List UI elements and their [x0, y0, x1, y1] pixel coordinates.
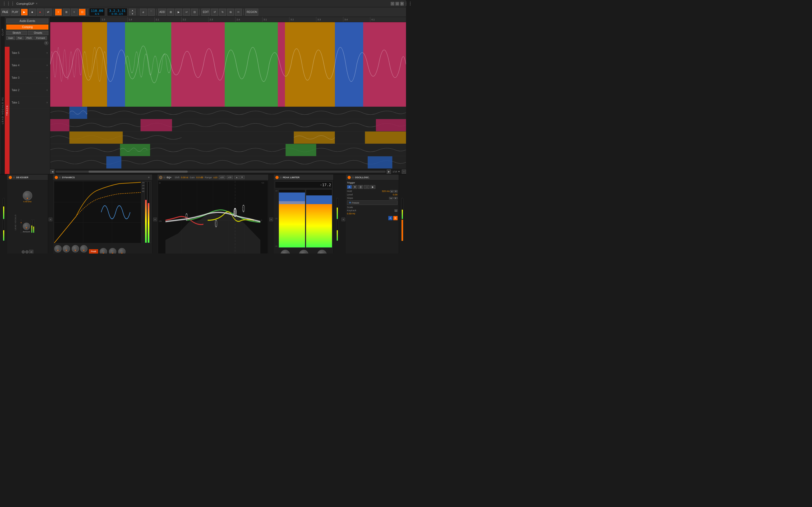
- take5-track[interactable]: [50, 107, 406, 119]
- play-trigger-button[interactable]: ▶: [370, 185, 375, 189]
- a-indicator[interactable]: A: [388, 216, 393, 220]
- peak-button[interactable]: Peak: [89, 249, 98, 253]
- deesser-toggle1[interactable]: [22, 250, 25, 253]
- record-button[interactable]: ●: [37, 9, 44, 15]
- slope-down-button[interactable]: ▼: [394, 197, 398, 200]
- loop-button[interactable]: ⇄: [45, 9, 52, 15]
- copy-button[interactable]: ⧉: [227, 9, 234, 15]
- deesser-power-button[interactable]: [9, 176, 12, 179]
- pan-button[interactable]: Pan: [16, 36, 24, 40]
- output-knob[interactable]: [118, 248, 125, 253]
- down-arrow-button[interactable]: ▼: [129, 12, 136, 15]
- segment-green1[interactable]: [125, 22, 171, 107]
- scroll-left-button[interactable]: ◀: [50, 170, 54, 174]
- add-track-button[interactable]: +: [71, 9, 78, 15]
- segment-pink2[interactable]: [171, 22, 225, 107]
- loop-mode-button[interactable]: ⊡: [79, 9, 86, 15]
- release-knob[interactable]: [109, 248, 116, 253]
- link-button[interactable]: ⌀: [140, 9, 147, 15]
- take4-close-button[interactable]: ×: [46, 64, 48, 67]
- grid-button[interactable]: ⊞: [167, 9, 174, 15]
- play2-button[interactable]: ▶: [175, 9, 182, 15]
- range-30-button[interactable]: ±30: [227, 176, 233, 179]
- scroll-right-button[interactable]: ▶: [387, 170, 391, 174]
- b-button[interactable]: B: [353, 185, 357, 189]
- scrollbar-track[interactable]: [55, 171, 386, 173]
- osc-arrow-button[interactable]: →: [364, 185, 369, 189]
- peak-limiter-power-button[interactable]: [275, 176, 278, 179]
- eq-arrow-up-button[interactable]: ▲: [235, 176, 239, 179]
- cut-button[interactable]: ✂: [235, 9, 242, 15]
- keytrack-bars-button[interactable]: |||: [394, 209, 397, 212]
- take3-track[interactable]: [50, 131, 406, 144]
- deesser-toggle2[interactable]: [26, 250, 29, 253]
- take2-close-button[interactable]: ×: [46, 89, 48, 92]
- eq-arrow-down-button[interactable]: ▼: [240, 176, 245, 179]
- onsets-button[interactable]: Onsets: [28, 31, 48, 35]
- knee1-knob[interactable]: [63, 245, 70, 252]
- eq-power-button[interactable]: [159, 176, 162, 179]
- attack-knob[interactable]: [100, 248, 107, 253]
- close-tab-icon[interactable]: ×: [36, 2, 38, 5]
- return-button[interactable]: ↩: [183, 9, 190, 15]
- curve-button[interactable]: ⌒: [148, 9, 155, 15]
- ceiling-knob[interactable]: [317, 250, 327, 253]
- punch-button[interactable]: +: [55, 9, 62, 15]
- redo-button[interactable]: ↻: [219, 9, 226, 15]
- segment-blue1[interactable]: [107, 22, 125, 107]
- ratio2-knob[interactable]: [71, 245, 79, 252]
- play-button[interactable]: ▶: [21, 9, 28, 15]
- audio-events-button[interactable]: Audio Events: [6, 18, 48, 23]
- file-button[interactable]: FILE: [1, 9, 9, 15]
- scrollbar-thumb[interactable]: [89, 171, 188, 173]
- take1-track[interactable]: [50, 156, 406, 169]
- add-plugin-4-button[interactable]: +: [342, 218, 345, 221]
- take1-close-button[interactable]: ×: [46, 101, 48, 104]
- pitch-button[interactable]: Pitch: [24, 36, 34, 40]
- zoom-out-button[interactable]: −: [402, 170, 406, 174]
- dynamics-plus-button[interactable]: +: [147, 176, 151, 179]
- bars-button[interactable]: |||: [358, 185, 363, 189]
- add-button[interactable]: ADD: [158, 9, 166, 15]
- up-arrow-button[interactable]: ▲: [129, 9, 136, 12]
- play-label-button[interactable]: PLAY: [11, 9, 20, 15]
- segment-gold1[interactable]: [82, 22, 107, 107]
- add-plugin-3-button[interactable]: +: [269, 218, 273, 221]
- segment-gold2[interactable]: [285, 22, 335, 107]
- input-knob[interactable]: [281, 250, 290, 253]
- window-minimize-button[interactable]: −: [391, 2, 394, 6]
- a-button[interactable]: A: [347, 185, 352, 189]
- main-comp-track[interactable]: [50, 22, 406, 107]
- take4-track[interactable]: [50, 119, 406, 131]
- pl-release-knob[interactable]: [299, 250, 308, 253]
- stretch-button[interactable]: Stretch: [6, 31, 27, 35]
- segment-blue2[interactable]: [335, 22, 363, 107]
- freeze-button[interactable]: ❄ Freeze: [347, 201, 398, 205]
- window-maximize-button[interactable]: □: [395, 2, 399, 6]
- slope-up-button[interactable]: ▲: [389, 197, 393, 200]
- hold-down-button[interactable]: ▼: [394, 190, 398, 192]
- stop-button[interactable]: ■: [29, 9, 36, 15]
- comp-button[interactable]: ⊞: [63, 9, 70, 15]
- deesser-amount-knob[interactable]: [23, 223, 30, 230]
- edit-button[interactable]: EDIT: [201, 9, 210, 15]
- add-plugin-1-button[interactable]: +: [49, 218, 52, 221]
- deesser-freq-knob[interactable]: [23, 191, 32, 201]
- undo-button[interactable]: ↺: [211, 9, 218, 15]
- hold-up-button[interactable]: ▲: [390, 190, 394, 192]
- deesser-slider1[interactable]: [20, 220, 22, 233]
- formant-button[interactable]: Formant: [34, 36, 47, 40]
- add-plugin-2-button[interactable]: +: [153, 218, 157, 221]
- deesser-icon-btn[interactable]: ◁: [29, 250, 33, 253]
- knee2-knob[interactable]: [80, 245, 88, 252]
- range-20-button[interactable]: ±20: [219, 176, 225, 179]
- folder-button[interactable]: ⊟: [191, 9, 198, 15]
- segment-green2[interactable]: [225, 22, 278, 107]
- region-button[interactable]: REGION: [245, 9, 258, 15]
- take3-close-button[interactable]: ×: [46, 76, 48, 79]
- segment-pink3[interactable]: [278, 22, 285, 107]
- b-indicator[interactable]: B: [393, 216, 398, 220]
- gain-button[interactable]: Gain: [6, 36, 15, 40]
- segment-pink1[interactable]: [50, 22, 82, 107]
- oscilloscope-power-button[interactable]: [348, 176, 351, 179]
